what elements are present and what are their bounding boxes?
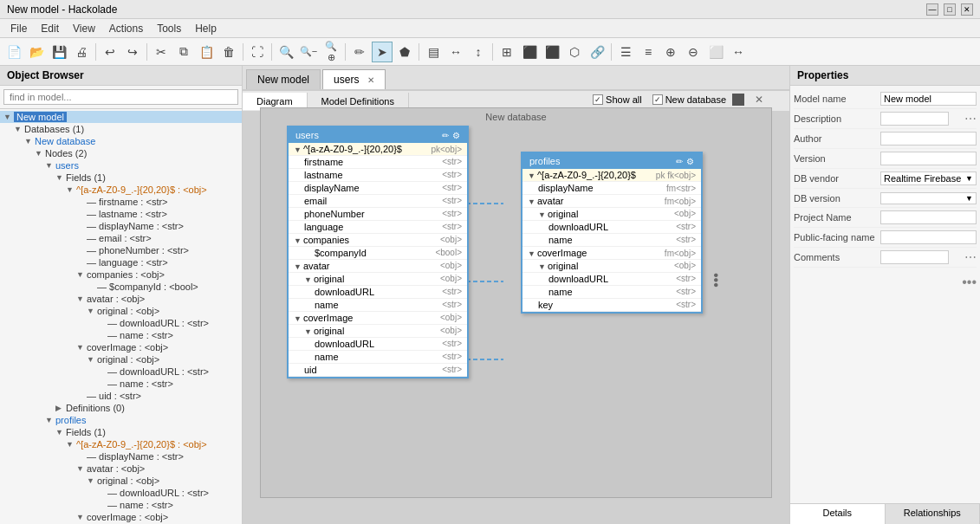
comments-input[interactable]	[880, 250, 949, 264]
plus-button[interactable]: ⊕	[660, 42, 681, 62]
version-input[interactable]	[880, 152, 977, 165]
users-table-header[interactable]: users ✏ ⚙	[289, 127, 467, 143]
tree-item-profiles-avatar[interactable]: ▼ avatar : <obj>	[0, 463, 242, 475]
model-name-input[interactable]	[880, 92, 977, 106]
tree-item-new-model[interactable]: ▼ New model	[0, 111, 242, 123]
tree-item-downloadurl-2[interactable]: — downloadURL : <str>	[0, 366, 242, 378]
undo-button[interactable]: ↩	[100, 42, 120, 62]
close-button[interactable]: ✕	[961, 3, 973, 16]
save-button[interactable]: 💾	[49, 42, 69, 62]
menu-item-tools[interactable]: Tools	[150, 21, 188, 36]
zoom-fit-button[interactable]: 🔍⊕	[321, 42, 341, 62]
tree-item-original-1[interactable]: ▼ original : <obj>	[0, 305, 242, 317]
tab-new-model[interactable]: New model	[246, 69, 321, 89]
share-button[interactable]: ⬡	[564, 42, 585, 62]
link-h-button[interactable]: ↔	[445, 42, 466, 62]
db-color-swatch[interactable]	[732, 94, 744, 106]
tree-item-avatar[interactable]: ▼ avatar : <obj>	[0, 293, 242, 305]
edit-icon[interactable]: ✏	[676, 157, 683, 166]
author-input[interactable]	[880, 132, 977, 146]
db-vendor-dropdown[interactable]: Realtime Firebase ▼	[880, 171, 977, 185]
tree-item-fields-1[interactable]: ▼ Fields (1)	[0, 171, 242, 184]
new-button[interactable]: 📄	[3, 42, 24, 62]
tree-item-profiles-regex[interactable]: ▼ ^[a-zA-Z0-9_.-]{20,20}$ : <obj>	[0, 438, 242, 450]
menu-item-actions[interactable]: Actions	[102, 21, 150, 36]
copy-button[interactable]: ⧉	[173, 42, 194, 62]
select-button[interactable]: ➤	[372, 42, 393, 62]
new-database-checkbox[interactable]: New database	[652, 94, 744, 106]
project-name-input[interactable]	[880, 210, 977, 224]
tree-item-email[interactable]: — email : <str>	[0, 232, 242, 244]
dots-icon[interactable]: ⋯	[964, 112, 977, 126]
pen-button[interactable]: ✏	[349, 42, 370, 62]
tree-item-profiles-name[interactable]: — name : <str>	[0, 499, 242, 511]
tree-item-profiles-downloadurl[interactable]: — downloadURL : <str>	[0, 487, 242, 499]
tree-item-language[interactable]: — language : <str>	[0, 256, 242, 268]
search-input[interactable]	[3, 89, 238, 105]
link-v-button[interactable]: ↕	[468, 42, 489, 62]
relationships-tab[interactable]: Relationships	[886, 504, 981, 524]
public-name-input[interactable]	[880, 230, 977, 244]
tree-item-displayname[interactable]: — displayName : <str>	[0, 220, 242, 232]
menu-item-edit[interactable]: Edit	[34, 21, 66, 36]
open-button[interactable]: 📂	[26, 42, 47, 62]
settings-icon[interactable]: ⚙	[686, 157, 694, 166]
description-input[interactable]	[880, 112, 949, 126]
details-tab[interactable]: Details	[790, 504, 886, 524]
print-button[interactable]: 🖨	[71, 42, 92, 62]
tab-close-icon[interactable]: ✕	[367, 75, 374, 85]
link-button[interactable]: 🔗	[587, 42, 607, 62]
tree-item-companies[interactable]: ▼ companies : <obj>	[0, 268, 242, 281]
maximize-button[interactable]: □	[944, 3, 956, 16]
menu-item-help[interactable]: Help	[188, 21, 224, 36]
tree-item-firstname[interactable]: — firstname : <str>	[0, 196, 242, 208]
tree-item-lastname[interactable]: — lastname : <str>	[0, 208, 242, 220]
profiles-table-header[interactable]: profiles ✏ ⚙	[522, 153, 701, 169]
tree-item-name-2[interactable]: — name : <str>	[0, 378, 242, 390]
zoom-in-button[interactable]: 🔍	[276, 42, 296, 62]
tree-item-original-2[interactable]: ▼ original : <obj>	[0, 353, 242, 366]
edge-button[interactable]: ⬛	[542, 42, 562, 62]
tree-item-profiles-original[interactable]: ▼ original : <obj>	[0, 475, 242, 487]
zoom-out-button[interactable]: 🔍−	[298, 42, 319, 62]
list-button[interactable]: ▤	[423, 42, 444, 62]
list3-button[interactable]: ≡	[638, 42, 659, 62]
fullscreen-button[interactable]: ⛶	[247, 42, 268, 62]
panel-dots-button[interactable]: •••	[794, 268, 977, 297]
paste-button[interactable]: 📋	[196, 42, 217, 62]
tree-item-phonenumber[interactable]: — phoneNumber : <str>	[0, 244, 242, 256]
tree-item-coverimage[interactable]: ▼ coverImage : <obj>	[0, 341, 242, 353]
resize-button[interactable]: ↔	[728, 42, 749, 62]
tree-item-databases[interactable]: ▼ Databases (1)	[0, 123, 242, 135]
tab-users[interactable]: users ✕	[322, 69, 386, 89]
edit-icon[interactable]: ✏	[442, 131, 449, 140]
shape-button[interactable]: ⬟	[394, 42, 415, 62]
list2-button[interactable]: ☰	[615, 42, 636, 62]
context-menu-dots[interactable]: •••	[708, 273, 724, 288]
tree-item-name-1[interactable]: — name : <str>	[0, 329, 242, 341]
box-button[interactable]: ⬜	[705, 42, 726, 62]
tree-item-definitions[interactable]: ▶ Definitions (0)	[0, 402, 242, 414]
minimize-button[interactable]: —	[926, 3, 938, 16]
tree-item-profiles-displayname[interactable]: — displayName : <str>	[0, 450, 242, 463]
tree-item-users[interactable]: ▼ users	[0, 159, 242, 171]
db-version-dropdown[interactable]: ▼	[880, 192, 977, 204]
tree-item-uid[interactable]: — uid : <str>	[0, 390, 242, 402]
delete-button[interactable]: 🗑	[218, 42, 239, 62]
menu-item-view[interactable]: View	[66, 21, 102, 36]
node-button[interactable]: ⬛	[519, 42, 540, 62]
tree-item-fields-profiles[interactable]: ▼ Fields (1)	[0, 426, 242, 438]
cut-button[interactable]: ✂	[151, 42, 172, 62]
tree-item-profiles[interactable]: ▼ profiles	[0, 414, 242, 426]
tree-item-nodes[interactable]: ▼ Nodes (2)	[0, 147, 242, 159]
show-all-checkbox[interactable]: Show all	[593, 94, 642, 105]
tree-item-new-database[interactable]: ▼ New database	[0, 135, 242, 147]
tree-item-field-regex[interactable]: ▼ ^[a-zA-Z0-9_.-]{20,20}$ : <obj>	[0, 184, 242, 196]
table-button[interactable]: ⊞	[496, 42, 517, 62]
tree-item-downloadurl-1[interactable]: — downloadURL : <str>	[0, 317, 242, 329]
redo-button[interactable]: ↪	[122, 42, 143, 62]
tree-item-profiles-coverimage[interactable]: ▼ coverImage : <obj>	[0, 511, 242, 523]
tree-item-companyid[interactable]: — $companyId : <bool>	[0, 281, 242, 293]
minus-button[interactable]: ⊖	[683, 42, 704, 62]
close-icon[interactable]: ✕	[755, 94, 763, 106]
